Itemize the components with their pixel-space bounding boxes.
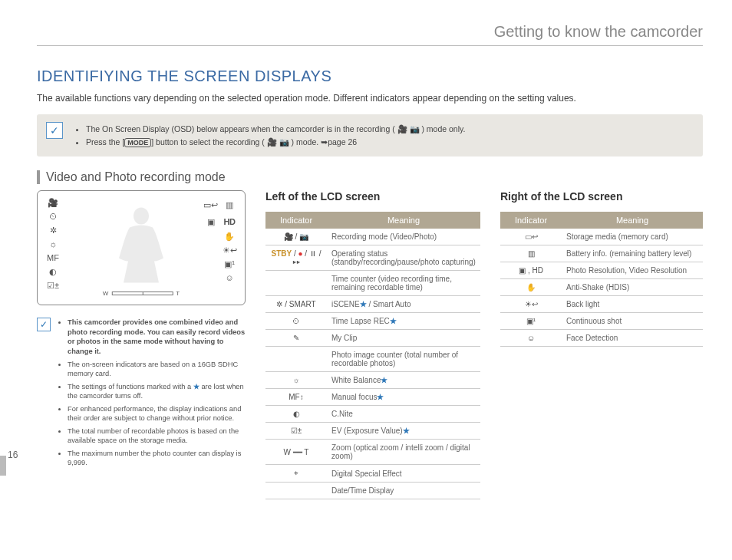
zoom-w-label: W — [103, 290, 109, 297]
footnote-item: For enhanced performance, the display in… — [68, 404, 246, 423]
rec-mode-icon: 🎥 — [45, 197, 61, 208]
table-row: MF↕Manual focus★ — [265, 389, 480, 406]
table-row: Photo image counter (total number of rec… — [265, 347, 480, 372]
table-row: W ━━ TZoom (optical zoom / intelli zoom … — [265, 440, 480, 465]
indicator-cell: ⌖ — [265, 465, 327, 483]
indicator-cell: ✎ — [265, 330, 327, 347]
footnotes: ✓ This camcorder provides one combined v… — [37, 318, 246, 471]
indicator-cell: ☀↩ — [500, 296, 562, 313]
table-row: ☺Face Detection — [500, 330, 703, 347]
indicator-cell: 🎥 / 📷 — [265, 229, 327, 245]
th-meaning: Meaning — [562, 212, 703, 229]
scene-icon: ✲ — [45, 225, 61, 236]
meaning-cell: White Balance★ — [327, 372, 480, 389]
check-icon: ✓ — [46, 122, 63, 139]
meaning-cell: Continuous shot — [562, 313, 703, 330]
indicator-cell — [265, 271, 327, 296]
silhouette-icon — [107, 202, 176, 286]
antishake-icon: ✋ — [222, 231, 237, 242]
table-row: 🎥 / 📷Recording mode (Video/Photo) — [265, 229, 480, 245]
indicator-cell: ✋ — [500, 279, 562, 296]
indicator-cell: STBY / ● / ⏸ / ▶▶ — [265, 245, 327, 271]
th-meaning: Meaning — [327, 212, 480, 229]
page-title: IDENTIFIYING THE SCREEN DISPLAYS — [37, 68, 703, 85]
meaning-cell: Anti-Shake (HDIS) — [562, 279, 703, 296]
meaning-cell: Storage media (memory card) — [562, 229, 703, 245]
footnote-item: The on-screen indicators are based on a … — [68, 360, 246, 379]
indicator-cell: ◐ — [265, 406, 327, 423]
meaning-cell: Digital Special Effect — [327, 465, 480, 483]
meaning-cell: Face Detection — [562, 330, 703, 347]
table-row: ▥Battery info. (remaining battery level) — [500, 245, 703, 262]
table-row: ▣ , HDPhoto Resolution, Video Resolution — [500, 262, 703, 279]
indicator-cell: ☑± — [265, 423, 327, 440]
indicator-cell — [265, 483, 327, 499]
indicator-cell: ▭↩ — [500, 229, 562, 245]
page-tab — [0, 456, 6, 476]
table-row: STBY / ● / ⏸ / ▶▶Operating status (stand… — [265, 245, 480, 271]
cnite-icon: ◐ — [45, 266, 61, 277]
table-row: ▭↩Storage media (memory card) — [500, 229, 703, 245]
indicator-cell: W ━━ T — [265, 440, 327, 465]
table-row: ✲ / SMARTiSCENE★ / Smart Auto — [265, 296, 480, 313]
right-table: Indicator Meaning ▭↩Storage media (memor… — [500, 212, 703, 347]
indicator-cell: ▥ — [500, 245, 562, 262]
meaning-cell: Date/Time Display — [327, 483, 480, 499]
footnote-item: The total number of recordable photos is… — [68, 427, 246, 446]
th-indicator: Indicator — [265, 212, 327, 229]
indicator-cell: ⏲ — [265, 313, 327, 330]
media-battery-row: ▭↩ ▥ — [203, 197, 237, 211]
indicator-cell: ✲ / SMART — [265, 296, 327, 313]
meaning-cell: Photo Resolution, Video Resolution — [562, 262, 703, 279]
table-row: ☀↩Back light — [500, 296, 703, 313]
table-row: ☑±EV (Exposure Value)★ — [265, 423, 480, 440]
table-row: ☼White Balance★ — [265, 372, 480, 389]
meaning-cell: Manual focus★ — [327, 389, 480, 406]
meaning-cell: C.Nite — [327, 406, 480, 423]
left-col-title: Left of the LCD screen — [265, 190, 480, 203]
meaning-cell: Recording mode (Video/Photo) — [327, 229, 480, 245]
res-row: ▣ HD — [203, 214, 237, 228]
indicator-cell: ☼ — [265, 372, 327, 389]
check-icon: ✓ — [37, 318, 51, 331]
ev-icon: ☑± — [45, 280, 61, 291]
left-table: Indicator Meaning 🎥 / 📷Recording mode (V… — [265, 212, 480, 499]
info-callout: ✓ The On Screen Display (OSD) below appe… — [37, 114, 703, 156]
meaning-cell: My Clip — [327, 330, 480, 347]
wb-icon: ☼ — [45, 239, 61, 249]
table-row: Time counter (video recording time, rema… — [265, 271, 480, 296]
backlight-icon: ☀↩ — [222, 245, 237, 255]
table-row: Date/Time Display — [265, 483, 480, 499]
continuous-icon: ▣¹ — [222, 259, 237, 269]
section-subhead: Video and Photo recording mode — [37, 170, 703, 184]
indicator-cell: ☺ — [500, 330, 562, 347]
footnote-item: The maximum number the photo counter can… — [68, 449, 246, 468]
meaning-cell: Operating status (standby/recording/paus… — [327, 245, 480, 271]
table-row: ▣¹Continuous shot — [500, 313, 703, 330]
chapter-title: Getting to know the camcorder — [37, 23, 703, 46]
meaning-cell: Time counter (video recording time, rema… — [327, 271, 480, 296]
meaning-cell: iSCENE★ / Smart Auto — [327, 296, 480, 313]
zoom-t-label: T — [176, 290, 180, 297]
note-line: Press the [MODE] button to select the re… — [86, 137, 692, 148]
th-indicator: Indicator — [500, 212, 562, 229]
page-number: 16 — [8, 450, 18, 460]
footnote-item: This camcorder provides one combined vid… — [68, 318, 246, 356]
mf-icon: MF — [45, 252, 61, 263]
meaning-cell: Battery info. (remaining battery level) — [562, 245, 703, 262]
meaning-cell: EV (Exposure Value)★ — [327, 423, 480, 440]
indicator-cell — [265, 347, 327, 372]
meaning-cell: Time Lapse REC★ — [327, 313, 480, 330]
indicator-cell: ▣ , HD — [500, 262, 562, 279]
note-line: The On Screen Display (OSD) below appear… — [86, 124, 692, 135]
meaning-cell: Zoom (optical zoom / intelli zoom / digi… — [327, 440, 480, 465]
face-icon: ☺ — [222, 272, 237, 283]
table-row: ⌖Digital Special Effect — [265, 465, 480, 483]
table-row: ✋Anti-Shake (HDIS) — [500, 279, 703, 296]
mode-key: MODE — [124, 138, 151, 147]
zoom-bar: W T — [103, 290, 180, 297]
table-row: ◐C.Nite — [265, 406, 480, 423]
lcd-preview: 🎥 ⏲ ✲ ☼ MF ◐ ☑± ▭↩ ▥ ▣ HD ✋ ☀↩ ▣¹ ☺ — [37, 190, 246, 305]
right-col-title: Right of the LCD screen — [500, 190, 703, 203]
meaning-cell: Photo image counter (total number of rec… — [327, 347, 480, 372]
